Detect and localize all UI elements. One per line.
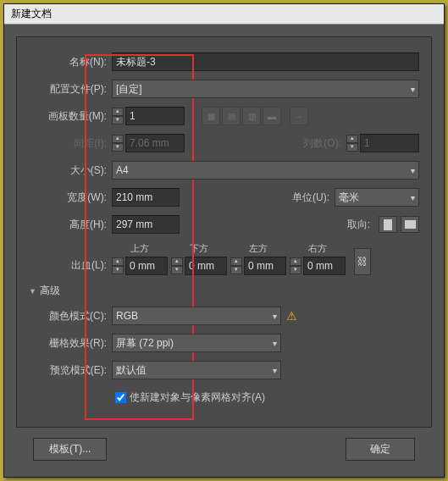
orient-label: 取向: bbox=[347, 218, 370, 232]
spacing-spinner: ▴▾ bbox=[112, 135, 124, 152]
colormode-value: RGB bbox=[116, 310, 138, 322]
bleed-label: 出血(L): bbox=[29, 258, 107, 273]
raster-value: 屏幕 (72 ppi) bbox=[116, 336, 174, 351]
bleed-top-spinner[interactable]: ▴▾ bbox=[112, 257, 124, 274]
bleed-bottom-spinner[interactable]: ▴▾ bbox=[171, 257, 183, 274]
link-bleed-icon[interactable]: ⛓ bbox=[354, 248, 371, 275]
free-arrange-icon: ▬ bbox=[263, 107, 281, 125]
units-value: 毫米 bbox=[339, 191, 359, 205]
preview-select[interactable]: 默认值 bbox=[112, 361, 281, 379]
size-label: 大小(S): bbox=[29, 163, 107, 178]
orient-portrait[interactable] bbox=[379, 216, 397, 233]
name-label: 名称(N): bbox=[29, 55, 107, 69]
bleed-right-input[interactable] bbox=[303, 257, 346, 275]
units-select[interactable]: 毫米 bbox=[335, 188, 419, 207]
bleed-bottom-input[interactable] bbox=[185, 257, 227, 275]
spacing-label: 间距(I): bbox=[29, 136, 107, 151]
bleed-bottom-header: 下方 bbox=[190, 242, 208, 255]
artboards-spinner[interactable]: ▴▾ bbox=[112, 108, 124, 124]
columns-spinner: ▴▾ bbox=[346, 135, 358, 152]
template-button[interactable]: 模板(T)... bbox=[33, 438, 107, 461]
colormode-label: 颜色模式(C): bbox=[29, 309, 107, 323]
main-panel: 名称(N): 配置文件(P): [自定] 画板数量(M): ▴▾ ▦ ▤ ▥ ▬… bbox=[16, 36, 432, 428]
width-input[interactable] bbox=[112, 188, 180, 207]
units-label: 单位(U): bbox=[292, 191, 329, 205]
raster-select[interactable]: 屏幕 (72 ppi) bbox=[112, 334, 281, 352]
profile-value: [自定] bbox=[116, 82, 142, 97]
advanced-section[interactable]: 高级 bbox=[29, 284, 419, 298]
bleed-left-spinner[interactable]: ▴▾ bbox=[230, 257, 242, 274]
row-arrange-icon: ▤ bbox=[222, 107, 241, 125]
new-document-dialog: 新建文档 名称(N): 配置文件(P): [自定] 画板数量(M): ▴▾ ▦ … bbox=[3, 3, 445, 478]
bleed-right-header: 右方 bbox=[308, 242, 327, 255]
col-arrange-icon: ▥ bbox=[242, 107, 261, 125]
size-select[interactable]: A4 bbox=[112, 161, 419, 180]
bleed-top-header: 上方 bbox=[130, 242, 149, 255]
preview-label: 预览模式(E): bbox=[29, 363, 107, 378]
advanced-label: 高级 bbox=[40, 284, 60, 298]
height-label: 高度(H): bbox=[29, 218, 107, 232]
profile-select[interactable]: [自定] bbox=[112, 80, 419, 98]
columns-input bbox=[360, 134, 419, 152]
arrow-icon: → bbox=[290, 107, 308, 125]
preview-value: 默认值 bbox=[116, 363, 147, 378]
height-input[interactable] bbox=[112, 215, 180, 234]
align-grid-label: 使新建对象与像素网格对齐(A) bbox=[130, 390, 265, 405]
bleed-top-input[interactable] bbox=[125, 257, 168, 275]
raster-label: 栅格效果(R): bbox=[29, 336, 107, 351]
bleed-right-spinner[interactable]: ▴▾ bbox=[290, 257, 301, 274]
bleed-left-header: 左方 bbox=[249, 242, 268, 255]
size-value: A4 bbox=[116, 164, 129, 176]
window-title: 新建文档 bbox=[4, 4, 444, 25]
artboards-input[interactable] bbox=[125, 107, 185, 125]
artboards-label: 画板数量(M): bbox=[29, 109, 107, 124]
name-input[interactable] bbox=[112, 53, 419, 71]
columns-label: 列数(O): bbox=[303, 136, 341, 151]
bleed-left-input[interactable] bbox=[244, 257, 286, 275]
profile-label: 配置文件(P): bbox=[29, 82, 107, 97]
align-grid-checkbox[interactable] bbox=[115, 392, 126, 403]
ok-button[interactable]: 确定 bbox=[346, 438, 415, 461]
colormode-select[interactable]: RGB bbox=[112, 307, 281, 325]
svg-rect-0 bbox=[384, 219, 392, 230]
svg-rect-1 bbox=[405, 220, 416, 229]
grid-arrange-icon: ▦ bbox=[202, 107, 220, 125]
warning-icon: ⚠ bbox=[286, 309, 297, 323]
spacing-input bbox=[125, 134, 185, 152]
width-label: 宽度(W): bbox=[29, 191, 107, 205]
orient-landscape[interactable] bbox=[401, 216, 419, 233]
